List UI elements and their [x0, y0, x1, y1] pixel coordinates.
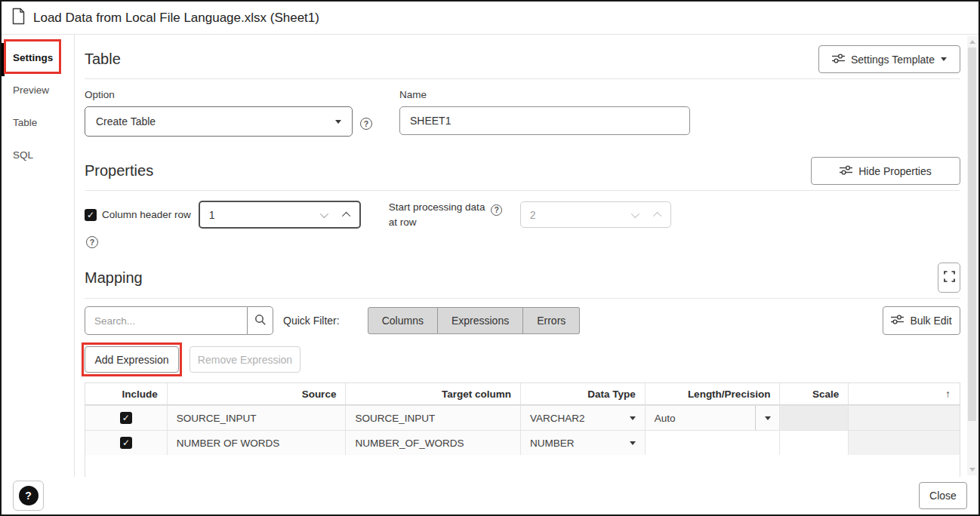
option-help-icon[interactable]: ? [360, 118, 372, 130]
hide-properties-button[interactable]: Hide Properties [811, 157, 960, 185]
mapping-grid: Include Source Target column Data Type L… [85, 382, 960, 477]
data-type-value: VARCHAR2 [530, 413, 585, 424]
sidebar-item-label: Preview [13, 84, 49, 96]
col-header-target-column[interactable]: Target column [345, 383, 520, 404]
include-checkbox[interactable] [120, 437, 132, 449]
option-select[interactable]: Create Table [85, 106, 353, 137]
extra-cell [848, 431, 960, 455]
add-expression-button[interactable]: Add Expression [85, 346, 179, 373]
name-field-value: SHEET1 [410, 115, 451, 127]
col-header-data-type[interactable]: Data Type [520, 383, 645, 404]
data-type-select[interactable]: NUMBER [520, 431, 645, 455]
column-header-row-label: Column header row [102, 209, 191, 220]
help-button[interactable]: ? [13, 481, 44, 511]
dialog-footer: ? Close [2, 477, 978, 514]
scale-cell[interactable] [779, 431, 848, 455]
remove-expression-button: Remove Expression [190, 346, 300, 373]
help-icon: ? [19, 486, 39, 505]
spinner-increment-icon [653, 211, 661, 220]
spinner-increment-icon[interactable] [342, 211, 350, 220]
filter-errors-button[interactable]: Errors [523, 307, 580, 334]
filter-columns-button[interactable]: Columns [368, 307, 438, 334]
quick-filter-label: Quick Filter: [283, 315, 340, 327]
dialog-titlebar: Load Data from Local File Language.xlsx … [2, 2, 978, 35]
divider [85, 190, 960, 191]
data-type-select[interactable]: VARCHAR2 [520, 406, 645, 430]
start-processing-help-icon[interactable]: ? [491, 204, 502, 216]
sliders-icon [891, 315, 904, 327]
target-column-cell[interactable]: SOURCE_INPUT [345, 406, 520, 430]
data-type-value: NUMBER [530, 438, 575, 449]
source-cell[interactable]: NUMBER OF WORDS [167, 431, 346, 455]
mapping-section-heading: Mapping [85, 269, 143, 287]
target-column-cell[interactable]: NUMBER_OF_WORDS [345, 431, 520, 455]
col-header-include[interactable]: Include [85, 383, 167, 404]
chevron-down-icon [630, 441, 636, 445]
sliders-icon [832, 54, 845, 66]
divider [85, 78, 960, 79]
sidebar-item-table[interactable]: Table [2, 106, 74, 139]
close-button[interactable]: Close [919, 482, 967, 509]
include-checkbox[interactable] [120, 412, 132, 424]
filter-expressions-button[interactable]: Expressions [438, 307, 523, 334]
divider [85, 298, 960, 299]
sort-ascending-icon[interactable]: ↑ [945, 388, 951, 400]
col-header-source[interactable]: Source [167, 383, 346, 404]
sidebar-item-preview[interactable]: Preview [2, 74, 74, 106]
start-processing-spinner: 2 [520, 201, 671, 228]
name-field[interactable]: SHEET1 [399, 106, 690, 135]
length-precision-cell[interactable] [645, 431, 780, 455]
settings-template-label: Settings Template [851, 54, 935, 66]
maximize-button[interactable] [938, 263, 960, 293]
vertical-scrollbar[interactable] [967, 36, 977, 475]
spinner-value: 1 [209, 209, 320, 221]
chevron-down-icon [941, 57, 947, 61]
source-cell[interactable]: SOURCE_INPUT [167, 406, 346, 430]
spinner-decrement-icon [631, 209, 639, 217]
chevron-down-icon [765, 416, 771, 420]
expand-icon [944, 271, 955, 284]
length-precision-combo[interactable]: Auto [645, 406, 780, 430]
file-icon [11, 8, 26, 28]
search-icon [254, 314, 267, 328]
bulk-edit-label: Bulk Edit [910, 315, 951, 327]
bulk-edit-button[interactable]: Bulk Edit [883, 306, 960, 335]
grid-header-row: Include Source Target column Data Type L… [85, 382, 960, 405]
length-precision-value: Auto [655, 413, 676, 424]
dialog-title: Load Data from Local File Language.xlsx … [33, 11, 319, 26]
spinner-value: 2 [530, 209, 631, 221]
spinner-decrement-icon[interactable] [320, 209, 328, 217]
col-header-length-precision[interactable]: Length/Precision [645, 383, 780, 404]
scroll-up-icon[interactable] [969, 40, 975, 44]
start-processing-label-line1: Start processing data [389, 201, 485, 213]
col-header-scale[interactable]: Scale [779, 383, 848, 404]
hide-properties-label: Hide Properties [858, 165, 932, 177]
search-button[interactable] [248, 306, 273, 335]
sidebar-item-sql[interactable]: SQL [2, 139, 74, 171]
column-header-row-spinner[interactable]: 1 [199, 201, 361, 229]
active-tab-indicator [2, 43, 5, 76]
main-panel: Table Settings Template [75, 35, 978, 477]
sidebar-item-settings[interactable]: Settings [2, 41, 74, 74]
scrollbar-thumb[interactable] [968, 48, 976, 421]
column-header-row-checkbox[interactable] [85, 209, 97, 221]
settings-template-button[interactable]: Settings Template [818, 45, 960, 73]
table-row: SOURCE_INPUT SOURCE_INPUT VARCHAR2 Auto [85, 405, 960, 430]
option-selected-value: Create Table [96, 115, 156, 127]
load-data-dialog: Load Data from Local File Language.xlsx … [0, 0, 980, 516]
name-label: Name [399, 89, 690, 100]
table-section-heading: Table [85, 51, 121, 68]
start-processing-label-line2: at row [389, 217, 417, 228]
sidebar-item-label: SQL [13, 149, 33, 161]
extra-cell [848, 406, 960, 430]
scale-cell [779, 406, 848, 430]
sidebar-item-label: Table [13, 117, 37, 128]
table-row: NUMBER OF WORDS NUMBER_OF_WORDS NUMBER [85, 430, 960, 455]
sidebar-nav: Settings Preview Table SQL [2, 35, 75, 477]
column-header-help-icon[interactable]: ? [86, 236, 98, 248]
scroll-down-icon[interactable] [969, 468, 975, 471]
start-processing-label: Start processing data ? at row [389, 201, 510, 229]
grid-empty-area [85, 455, 960, 477]
sliders-icon [840, 165, 852, 177]
search-input[interactable] [85, 306, 248, 335]
